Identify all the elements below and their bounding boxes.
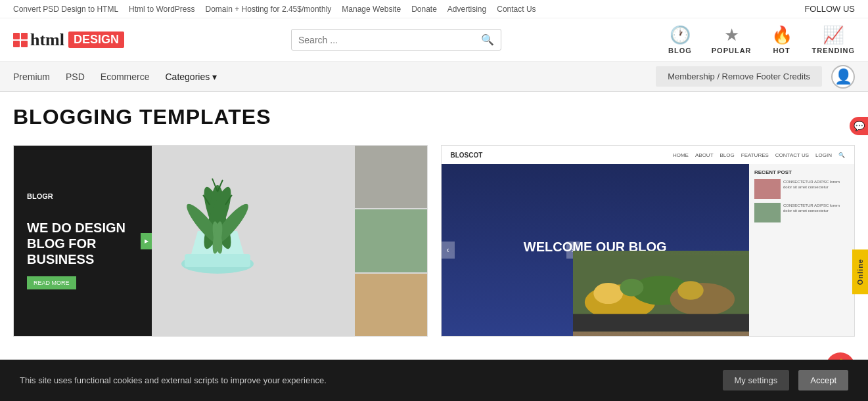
blog-icon: 🕐 — [670, 25, 691, 45]
photo-bot — [355, 274, 427, 336]
svg-rect-18 — [573, 314, 750, 331]
logo[interactable]: html DESIGN — [13, 30, 124, 50]
membership-button[interactable]: Membership / Remove Footer Credits — [656, 66, 822, 87]
search-icon[interactable]: 🔍 — [481, 33, 494, 46]
plant-illustration — [165, 152, 270, 284]
trending-label: TRENDING — [812, 47, 855, 54]
nav-categories[interactable]: Categories ▾ — [166, 72, 217, 82]
svg-rect-1 — [185, 254, 250, 267]
hot-icon: 🔥 — [771, 25, 792, 45]
link-donate[interactable]: Donate — [411, 5, 437, 14]
card2-sidebar-title: RECENT POST — [754, 169, 849, 175]
chat-icon: 💬 — [854, 121, 865, 131]
link-contact-us[interactable]: Contact Us — [497, 5, 536, 14]
card2-nav-contact: CONTACT US — [775, 152, 809, 158]
page-title: BLOGGING TEMPLATES — [13, 105, 855, 129]
svg-point-21 — [677, 281, 703, 300]
nav-popular[interactable]: ★ POPULAR — [712, 25, 752, 54]
card2-post-img-2 — [754, 203, 781, 222]
card2-post-text-1: CONSECTETUR ADIPSC lorem dolor sit amet … — [783, 179, 849, 199]
header: html DESIGN 🔍 🕐 BLOG ★ POPULAR 🔥 HOT 📈 T… — [0, 18, 868, 62]
card2-header: BLOSCOT HOME ABOUT BLOG FEATURES CONTACT… — [442, 146, 855, 164]
secondary-nav-left: Premium PSD Ecommerce Categories ▾ — [13, 62, 217, 91]
online-tab[interactable]: Online — [852, 249, 868, 294]
template-card-blogr[interactable]: BLOGR WE DO DESIGN BLOG FOR BUSINESS REA… — [13, 145, 428, 337]
card2-nav-login: LOGIN — [815, 152, 832, 158]
card2-post-1: CONSECTETUR ADIPSC lorem dolor sit amet … — [754, 179, 849, 199]
user-avatar-icon: 👤 — [834, 68, 852, 85]
card2-nav: HOME ABOUT BLOG FEATURES CONTACT US LOGI… — [673, 152, 845, 158]
trending-icon: 📈 — [823, 25, 844, 45]
card2-logo: BLOSCOT — [451, 152, 483, 159]
link-manage-website[interactable]: Manage Website — [342, 5, 401, 14]
logo-icon — [13, 33, 28, 47]
search-container: 🔍 — [291, 29, 501, 51]
card2-post-2: CONSECTETUR ADIPSC lorem dolor sit amet … — [754, 203, 849, 222]
card2-search-icon: 🔍 — [838, 152, 845, 158]
photo-mid — [355, 209, 427, 272]
card1-title: WE DO DESIGN BLOG FOR BUSINESS — [27, 220, 139, 267]
nav-trending[interactable]: 📈 TRENDING — [812, 25, 855, 54]
top-bar-links: Convert PSD Design to HTML Html to WordP… — [13, 5, 536, 14]
link-domain-hosting[interactable]: Domain + Hosting for 2.45$/monthly — [206, 5, 332, 14]
card2-nav-features: FEATURES — [741, 152, 769, 158]
card1-sidebar-item: ▶ — [141, 233, 152, 249]
svg-point-19 — [593, 283, 623, 304]
photo-top — [355, 146, 427, 208]
template-card-bloscot[interactable]: BLOSCOT HOME ABOUT BLOG FEATURES CONTACT… — [441, 145, 856, 337]
card2-sidebar: RECENT POST CONSECTETUR ADIPSC lorem dol… — [749, 164, 854, 336]
popular-label: POPULAR — [712, 47, 752, 54]
card1-cta[interactable]: READ MORE — [27, 276, 76, 289]
card2-hero: WELCOME OUR BLOG ‹ › — [442, 164, 855, 336]
svg-point-20 — [620, 279, 643, 297]
card2-nav-home: HOME — [673, 152, 689, 158]
link-html-wp[interactable]: Html to WordPress — [129, 5, 194, 14]
popular-icon: ★ — [724, 25, 739, 45]
secondary-nav-right: Membership / Remove Footer Credits 👤 — [656, 65, 855, 89]
card2-prev-arrow[interactable]: ‹ — [442, 242, 455, 259]
link-advertising[interactable]: Advertising — [447, 5, 486, 14]
user-icon[interactable]: 👤 — [831, 65, 855, 89]
card2-nav-about: ABOUT — [695, 152, 714, 158]
card2-inner: BLOSCOT HOME ABOUT BLOG FEATURES CONTACT… — [442, 146, 855, 336]
link-convert-psd[interactable]: Convert PSD Design to HTML — [13, 5, 118, 14]
nav-psd[interactable]: PSD — [66, 62, 85, 91]
nav-ecommerce[interactable]: Ecommerce — [101, 62, 150, 91]
card1-left: BLOGR WE DO DESIGN BLOG FOR BUSINESS REA… — [14, 146, 152, 336]
logo-design: DESIGN — [68, 32, 124, 48]
page-content: BLOGGING TEMPLATES BLOGR WE DO DESIGN BL… — [0, 92, 868, 343]
nav-premium[interactable]: Premium — [13, 62, 50, 91]
card1-photos — [355, 146, 427, 336]
top-bar: Convert PSD Design to HTML Html to WordP… — [0, 0, 868, 18]
card1-right — [152, 146, 427, 336]
card2-post-img-1 — [754, 179, 781, 199]
logo-text: html — [30, 30, 64, 50]
nav-blog[interactable]: 🕐 BLOG — [668, 25, 692, 54]
card2-food-image — [573, 251, 750, 336]
chat-bubble[interactable]: 💬 — [850, 117, 868, 135]
blog-label: BLOG — [668, 47, 692, 54]
hot-label: HOT — [773, 47, 790, 54]
card2-post-text-2: CONSECTETUR ADIPSC lorem dolor sit amet … — [783, 203, 849, 222]
search-input[interactable] — [298, 35, 481, 45]
nav-hot[interactable]: 🔥 HOT — [771, 25, 792, 54]
secondary-nav: Premium PSD Ecommerce Categories ▾ Membe… — [0, 62, 868, 92]
card1-logo: BLOGR — [27, 192, 139, 200]
follow-us-label: FOLLOW US — [804, 4, 855, 14]
nav-icons: 🕐 BLOG ★ POPULAR 🔥 HOT 📈 TRENDING — [668, 25, 855, 54]
templates-grid: BLOGR WE DO DESIGN BLOG FOR BUSINESS REA… — [13, 145, 855, 337]
card2-nav-blog: BLOG — [720, 152, 735, 158]
